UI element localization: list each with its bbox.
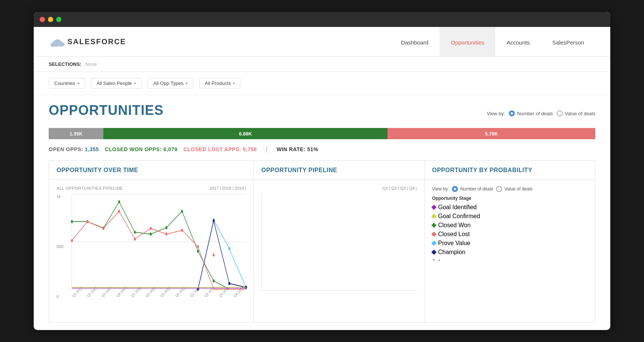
y-label-500: 500 xyxy=(57,244,70,249)
logo-text: SALESFORCE xyxy=(67,37,126,46)
svg-point-17 xyxy=(134,238,136,241)
y-label-0: 0 xyxy=(57,294,70,299)
open-opps-value: 1,355 xyxy=(85,146,99,152)
prob-radio-value-icon xyxy=(496,186,502,192)
svg-point-9 xyxy=(165,226,167,229)
legend-goal-confirmed: Goal Confirmed xyxy=(432,213,587,220)
x-labels: Q1 2017 Q2 2017 Q3 2017 Q4 2017 Q1 2018 … xyxy=(72,294,246,299)
chart-year-tabs[interactable]: 2017 | 2018 | 2019 | xyxy=(210,186,246,190)
opportunities-header: OPPORTUNITIES View by: Number of deals V… xyxy=(49,103,595,124)
filter-sales-people[interactable]: All Sales People ▾ xyxy=(91,78,142,89)
filter-products[interactable]: All Products ▾ xyxy=(199,78,240,89)
selections-label: SELECTIONS: xyxy=(49,61,81,67)
nav-salesperson[interactable]: SalesPerson xyxy=(541,27,595,57)
svg-point-6 xyxy=(118,200,120,203)
svg-point-8 xyxy=(150,233,152,236)
legend-scroll-arrows: ▼ ▲ xyxy=(432,258,587,262)
section-over-time-body: ALL OPPORTUNITIES PIPELINE 2017 | 2018 |… xyxy=(49,180,253,322)
selections-value: None xyxy=(85,61,97,67)
svg-point-15 xyxy=(103,227,104,230)
titlebar xyxy=(34,12,610,27)
svg-point-11 xyxy=(197,250,199,253)
nav-dashboard[interactable]: Dashboard xyxy=(390,27,440,57)
progress-bar: 1.35K 6.88K 5.76K xyxy=(49,128,595,139)
svg-point-7 xyxy=(134,231,136,234)
svg-point-19 xyxy=(165,233,167,236)
prob-view-by: View by: Number of deals Value of deals xyxy=(432,186,587,192)
scroll-up-arrow[interactable]: ▲ xyxy=(437,258,441,262)
view-by-label: View by: xyxy=(487,111,505,116)
section-pipeline-body: Q1 | Q2 | Q3 | Q4 | xyxy=(254,180,424,322)
prob-radio-number-label: Number of deals xyxy=(460,186,493,192)
legend-closed-lost-icon xyxy=(431,232,437,237)
legend-closed-won-icon xyxy=(431,223,437,228)
prob-radio-value-label: Value of deals xyxy=(504,186,532,192)
legend-goal-identified-label: Goal Identified xyxy=(438,204,477,211)
maximize-dot[interactable] xyxy=(56,17,61,22)
navbar: SALESFORCE Dashboard Opportunities Accou… xyxy=(34,27,610,57)
section-pipeline-header: OPPORTUNITY PIPELINE xyxy=(254,161,424,180)
chart-svg xyxy=(72,194,246,289)
radio-number-of-deals[interactable]: Number of deals xyxy=(509,110,553,116)
radio-number-icon xyxy=(509,110,515,116)
section-pipeline-title: OPPORTUNITY PIPELINE xyxy=(261,167,337,173)
prob-radio-value[interactable]: Value of deals xyxy=(496,186,532,192)
radio-number-label: Number of deals xyxy=(517,111,553,116)
svg-point-16 xyxy=(118,210,120,213)
section-over-time-title: OPPORTUNITY OVER TIME xyxy=(57,167,138,173)
svg-point-18 xyxy=(150,227,152,230)
legend-champion-label: Champion xyxy=(438,249,465,256)
win-rate: WIN RATE: 51% xyxy=(277,146,318,152)
nav-items: Dashboard Opportunities Accounts SalesPe… xyxy=(390,27,595,57)
chart-meta: ALL OPPORTUNITIES PIPELINE 2017 | 2018 |… xyxy=(57,186,246,190)
chevron-down-icon: ▾ xyxy=(233,81,235,85)
prob-view-by-label: View by: xyxy=(432,186,449,192)
filter-products-label: All Products xyxy=(205,80,231,86)
legend-champion-icon xyxy=(431,250,437,255)
svg-point-28 xyxy=(213,219,215,222)
svg-point-13 xyxy=(71,239,73,242)
svg-point-12 xyxy=(213,280,215,283)
stats-row: OPEN OPPS: 1,355 CLOSED WON OPPS: 6,079 … xyxy=(49,145,595,153)
y-label-1k: 1k xyxy=(57,194,70,199)
svg-point-22 xyxy=(213,253,215,256)
section-pipeline: OPPORTUNITY PIPELINE Q1 | Q2 | Q3 | Q4 | xyxy=(254,161,425,322)
filter-countries-label: Countries xyxy=(54,80,75,86)
stat-separator: | xyxy=(266,145,268,153)
section-over-time: OPPORTUNITY OVER TIME ALL OPPORTUNITIES … xyxy=(49,161,254,322)
svg-point-21 xyxy=(197,245,199,248)
section-over-time-header: OPPORTUNITY OVER TIME xyxy=(49,161,253,180)
legend-goal-identified-icon xyxy=(431,205,437,210)
section-probability-header: OPPORTUNITY BY PROBABILITY xyxy=(425,161,595,180)
nav-accounts[interactable]: Accounts xyxy=(495,27,541,57)
legend-goal-confirmed-icon xyxy=(431,214,437,219)
section-probability: OPPORTUNITY BY PROBABILITY View by: Numb… xyxy=(425,161,595,322)
logo-icon xyxy=(49,36,64,48)
filter-opp-types[interactable]: All Opp Types ▾ xyxy=(148,78,193,89)
radio-value-label: Value of deals xyxy=(565,111,595,116)
prob-radio-number[interactable]: Number of deals xyxy=(452,186,493,192)
legend-prove-value-label: Prove Value xyxy=(438,240,470,247)
legend-goal-identified: Goal Identified xyxy=(432,204,587,211)
filter-sales-people-label: All Sales People xyxy=(97,80,132,86)
pb-red: 5.76K xyxy=(388,128,595,139)
closed-lost-label: CLOSED LOST APPS: 5,758 xyxy=(183,146,257,152)
nav-opportunities[interactable]: Opportunities xyxy=(440,27,495,57)
closed-won-label: CLOSED WON OPPS: 6,079 xyxy=(105,146,177,152)
quarter-tabs[interactable]: Q1 | Q2 | Q3 | Q4 | xyxy=(261,186,417,190)
filter-countries[interactable]: Countries ▾ xyxy=(49,78,85,89)
page-title: OPPORTUNITIES xyxy=(49,103,164,118)
legend-closed-won-label: Closed Won xyxy=(438,222,471,229)
close-dot[interactable] xyxy=(40,17,45,22)
legend-closed-won: Closed Won xyxy=(432,222,587,229)
section-probability-body: View by: Number of deals Value of deals … xyxy=(425,180,595,322)
svg-point-29 xyxy=(228,282,230,285)
scroll-down-arrow[interactable]: ▼ xyxy=(432,258,436,262)
svg-point-25 xyxy=(228,247,230,250)
chevron-down-icon: ▾ xyxy=(78,81,79,85)
minimize-dot[interactable] xyxy=(48,17,53,22)
radio-value-of-deals[interactable]: Value of deals xyxy=(557,110,595,116)
main-content: OPPORTUNITIES View by: Number of deals V… xyxy=(34,95,610,330)
y-axis: 1k 500 0 xyxy=(57,194,70,299)
svg-point-10 xyxy=(181,210,183,213)
